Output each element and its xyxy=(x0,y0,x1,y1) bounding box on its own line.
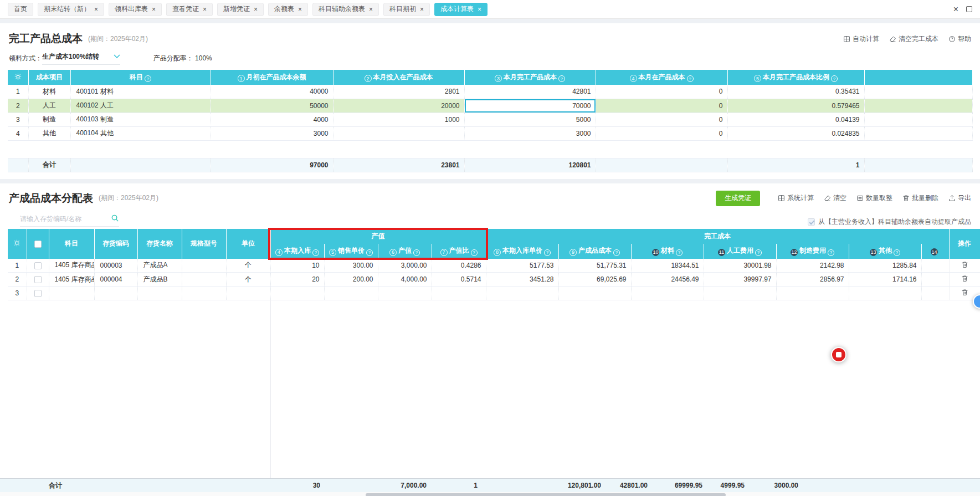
value-cell[interactable]: 70000 xyxy=(464,99,596,113)
value-cell[interactable]: 1285.84 xyxy=(849,259,921,273)
close-tab-icon[interactable]: × xyxy=(420,6,424,13)
value-cell[interactable]: 0.5714 xyxy=(432,273,486,287)
value-cell[interactable]: 200.00 xyxy=(324,273,378,287)
table-settings-header[interactable] xyxy=(8,70,28,85)
value-cell[interactable]: 10 xyxy=(270,259,324,273)
value-cell[interactable] xyxy=(432,287,486,300)
value-cell[interactable]: 4,000.00 xyxy=(378,273,432,287)
help-icon[interactable]: ? xyxy=(687,75,694,82)
help-icon[interactable]: ? xyxy=(558,75,565,82)
help-icon[interactable]: ? xyxy=(828,249,834,256)
batch-delete-button[interactable]: 批量删除 xyxy=(902,193,938,203)
tab-item[interactable]: 领料出库表× xyxy=(109,3,162,16)
close-tab-icon[interactable]: × xyxy=(254,6,258,13)
help-icon[interactable]: ? xyxy=(894,249,900,256)
value-cell[interactable] xyxy=(704,287,776,300)
value-cell[interactable] xyxy=(921,273,949,287)
close-tab-icon[interactable]: × xyxy=(298,6,302,13)
help-icon[interactable]: ? xyxy=(831,75,838,82)
value-cell[interactable] xyxy=(333,126,464,140)
close-tab-icon[interactable]: × xyxy=(203,6,207,13)
help-icon[interactable]: ? xyxy=(676,249,683,256)
value-cell[interactable]: 50000 xyxy=(211,99,333,113)
help-icon[interactable]: ? xyxy=(471,249,478,256)
value-cell[interactable]: 1000 xyxy=(333,113,464,126)
value-cell[interactable]: 0.579465 xyxy=(727,99,864,113)
value-cell[interactable]: 0 xyxy=(596,113,727,126)
value-cell[interactable]: 30001.98 xyxy=(704,259,776,273)
value-cell[interactable] xyxy=(631,287,704,300)
clear-button[interactable]: 清空 xyxy=(824,193,846,203)
tab-item[interactable]: 余额表× xyxy=(268,3,308,16)
help-icon[interactable]: ? xyxy=(312,249,319,256)
tab-item[interactable]: 新增凭证× xyxy=(217,3,264,16)
tab-item[interactable]: 期末结转（新）× xyxy=(38,3,104,16)
value-cell[interactable]: 2856.97 xyxy=(776,273,849,287)
tab-item[interactable]: 成本计算表× xyxy=(434,3,488,16)
value-cell[interactable] xyxy=(921,287,949,300)
value-cell[interactable] xyxy=(558,287,631,300)
value-cell[interactable]: 2801 xyxy=(333,85,464,99)
value-cell[interactable]: 40000 xyxy=(211,85,333,99)
value-cell[interactable]: 3451.28 xyxy=(486,273,558,287)
value-cell[interactable]: 5177.53 xyxy=(486,259,558,273)
value-cell[interactable]: 0.35431 xyxy=(727,85,864,99)
close-tab-icon[interactable]: × xyxy=(369,6,373,13)
value-cell[interactable]: 2142.98 xyxy=(776,259,849,273)
floating-record-button[interactable] xyxy=(831,347,846,362)
export-button[interactable]: 导出 xyxy=(948,193,971,203)
help-icon[interactable]: ? xyxy=(613,249,620,256)
close-tab-icon[interactable]: × xyxy=(152,6,156,13)
value-cell[interactable]: 300.00 xyxy=(324,259,378,273)
value-cell[interactable] xyxy=(270,287,324,300)
system-calc-button[interactable]: 系统计算 xyxy=(778,193,814,203)
value-cell[interactable] xyxy=(921,259,949,273)
close-tab-icon[interactable]: × xyxy=(94,6,98,13)
value-cell[interactable] xyxy=(324,287,378,300)
generate-voucher-button[interactable]: 生成凭证 xyxy=(716,191,760,206)
value-cell[interactable]: 39997.97 xyxy=(704,273,776,287)
close-icon[interactable]: × xyxy=(953,4,958,14)
value-cell[interactable] xyxy=(849,287,921,300)
value-cell[interactable]: 51,775.31 xyxy=(558,259,631,273)
value-cell[interactable]: 5000 xyxy=(464,113,596,126)
search-icon[interactable] xyxy=(111,214,119,224)
help-icon[interactable]: ? xyxy=(755,249,762,256)
row-checkbox[interactable] xyxy=(34,290,42,297)
delete-row-icon[interactable] xyxy=(961,275,968,284)
help-button[interactable]: 帮助 xyxy=(948,34,971,44)
value-cell[interactable]: 3000 xyxy=(464,126,596,140)
value-cell[interactable]: 20000 xyxy=(333,99,464,113)
value-cell[interactable]: 0 xyxy=(596,99,727,113)
round-quantity-button[interactable]: 数量取整 xyxy=(856,193,892,203)
row-checkbox[interactable] xyxy=(34,262,42,269)
delete-row-icon[interactable] xyxy=(961,289,968,298)
value-cell[interactable]: 3,000.00 xyxy=(378,259,432,273)
value-cell[interactable]: 24456.49 xyxy=(631,273,704,287)
help-icon[interactable]: ? xyxy=(366,249,373,256)
value-cell[interactable]: 0.024835 xyxy=(727,126,864,140)
help-icon[interactable]: ? xyxy=(544,249,551,256)
select-all-checkbox[interactable] xyxy=(34,241,42,248)
value-cell[interactable]: 0.4286 xyxy=(432,259,486,273)
value-cell[interactable] xyxy=(378,287,432,300)
auto-calc-button[interactable]: 自动计算 xyxy=(843,34,879,44)
picking-method-dropdown[interactable]: 生产成本100%结转 xyxy=(42,52,120,65)
table-settings-header[interactable] xyxy=(8,229,27,259)
tab-item[interactable]: 科目辅助余额表× xyxy=(312,3,379,16)
row-checkbox[interactable] xyxy=(34,276,42,283)
inventory-search-input[interactable] xyxy=(20,215,103,223)
value-cell[interactable] xyxy=(776,287,849,300)
clear-finished-cost-button[interactable]: 清空完工成本 xyxy=(889,34,938,44)
value-cell[interactable] xyxy=(486,287,558,300)
value-cell[interactable]: 1714.16 xyxy=(849,273,921,287)
select-all-header[interactable] xyxy=(27,229,49,259)
fullscreen-icon[interactable] xyxy=(966,6,972,12)
close-tab-icon[interactable]: × xyxy=(478,6,481,13)
help-icon[interactable]: ? xyxy=(145,75,151,82)
value-cell[interactable]: 0 xyxy=(596,85,727,99)
value-cell[interactable]: 3000 xyxy=(211,126,333,140)
auto-extract-checkbox[interactable] xyxy=(808,218,815,226)
tab-item[interactable]: 查看凭证× xyxy=(166,3,213,16)
horizontal-scrollbar-thumb[interactable] xyxy=(366,493,726,496)
